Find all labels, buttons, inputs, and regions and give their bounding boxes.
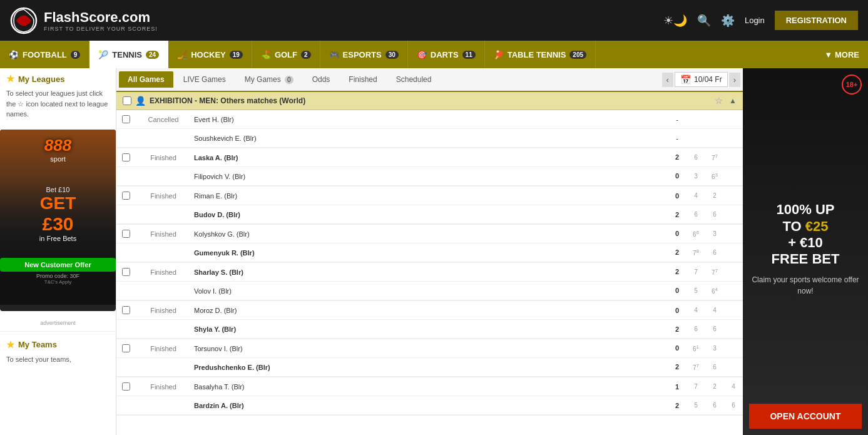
match-check: [116, 268, 135, 276]
nav-label-esports: ESPORTS: [343, 50, 382, 59]
match-score-area: 0 4 2: [668, 192, 743, 200]
nav-item-table-tennis[interactable]: 🏓 TABLE TENNIS 205: [485, 41, 596, 68]
calendar-icon: 📅: [680, 74, 691, 84]
logo-icon: [10, 7, 38, 34]
match-players: Evert H. (Blr): [191, 115, 668, 125]
nav-more[interactable]: ▼ MORE: [815, 50, 868, 59]
match-row-bottom: Budov D. (Blr) 2 6 6: [116, 205, 743, 224]
league-favorite-icon[interactable]: ☆: [715, 96, 723, 106]
match-players-2: Predushchenko E. (Blr): [191, 362, 668, 372]
my-games-badge: 0: [285, 76, 294, 84]
match-checkbox[interactable]: [122, 382, 130, 391]
set1-p1: 4: [687, 192, 705, 199]
nav-item-football[interactable]: ⚽ FOOTBALL 9: [0, 41, 89, 68]
tab-all-games[interactable]: All Games: [119, 71, 173, 88]
league-checkbox[interactable]: [123, 96, 131, 105]
match-checkbox[interactable]: [122, 268, 130, 276]
nav-label-darts: DARTS: [431, 50, 459, 59]
date-display[interactable]: 📅 10/04 Fr: [675, 72, 728, 87]
match-check: [116, 230, 135, 238]
nav-item-darts[interactable]: 🎯 DARTS 11: [408, 41, 485, 68]
match-row-top: Finished Moroz D. (Blr) 0 4 4: [116, 301, 743, 320]
set1-p1: 66: [687, 230, 705, 238]
search-icon[interactable]: 🔍: [697, 14, 711, 28]
hockey-icon: 🏒: [177, 50, 187, 59]
tab-scheduled[interactable]: Scheduled: [387, 71, 441, 88]
match-score-area: 0 66 3: [668, 230, 743, 238]
registration-button[interactable]: REGISTRATION: [775, 11, 858, 30]
games-table: 👤 EXHIBITION - MEN: Others matches (Worl…: [116, 92, 743, 435]
match-checkbox[interactable]: [122, 115, 130, 123]
nav-badge-football: 9: [71, 51, 81, 59]
match-checkbox[interactable]: [122, 153, 130, 161]
match-score-area-2: 0 3 63: [668, 172, 743, 180]
set2-p1: 2: [705, 192, 724, 199]
match-status: Finished: [135, 383, 191, 391]
nav-badge-golf: 2: [301, 51, 311, 59]
nav-item-hockey[interactable]: 🏒 HOCKEY 19: [168, 41, 252, 68]
match-check: [116, 153, 135, 161]
sidebar-teams-section: ★ My Teams To select your teams,: [0, 334, 116, 370]
table-row: Finished Laska A. (Blr) 2 6 77 Filipovic…: [116, 148, 743, 187]
match-score-area-2: 2 77 6: [668, 363, 743, 371]
sidebar-teams-text: To select your teams,: [6, 354, 110, 365]
tab-my-games[interactable]: My Games 0: [236, 71, 302, 88]
sidebar-leagues-title: ★ My Leagues: [6, 73, 110, 84]
match-players: Basalyha T. (Blr): [191, 382, 668, 392]
set2-p2: 6: [705, 364, 724, 371]
date-prev-button[interactable]: ‹: [662, 73, 673, 87]
main-layout: ★ My Leagues To select your leagues just…: [0, 68, 868, 435]
set1-p1: 7: [687, 269, 705, 275]
match-checkbox[interactable]: [122, 306, 130, 314]
tab-finished[interactable]: Finished: [340, 71, 385, 88]
content-area: All Games LIVE Games My Games 0 Odds Fin…: [116, 68, 743, 435]
match-row-bottom: Filipovich V. (Blr) 0 3 63: [116, 167, 743, 186]
match-row-top: Finished Sharlay S. (Blr) 2 7 77: [116, 263, 743, 282]
theme-icon[interactable]: ☀🌙: [663, 14, 687, 28]
nav-item-tennis[interactable]: 🎾 TENNIS 24: [89, 41, 168, 68]
player1-name: Laska A. (Blr): [194, 154, 665, 161]
main-score-p1: 0: [668, 344, 687, 352]
ad-open-account-button[interactable]: OPEN ACCOUNT: [749, 404, 862, 429]
sidebar-leagues-section: ★ My Leagues To select your leagues just…: [0, 68, 116, 125]
player1-name: Sharlay S. (Blr): [194, 269, 665, 276]
esports-icon: 🎮: [329, 50, 339, 59]
match-score-area-2: 0 5 64: [668, 287, 743, 295]
table-tennis-icon: 🏓: [494, 50, 504, 59]
set2-p1: 77: [705, 268, 724, 276]
match-row-bottom: Soushkevich E. (Blr) -: [116, 129, 743, 148]
match-players: Moroz D. (Blr): [191, 305, 668, 315]
nav-item-esports[interactable]: 🎮 ESPORTS 30: [320, 41, 408, 68]
match-checkbox[interactable]: [122, 230, 130, 238]
player2-name: Soushkevich E. (Blr): [194, 135, 665, 142]
date-next-button[interactable]: ›: [729, 73, 740, 87]
match-players-2: Bardzin A. (Blr): [191, 401, 668, 411]
nav-badge-tennis: 24: [146, 51, 159, 59]
sidebar-teams-label: My Teams: [18, 340, 57, 349]
tab-live-games[interactable]: LIVE Games: [175, 71, 235, 88]
match-players-2: Budov D. (Blr): [191, 210, 668, 220]
football-icon: ⚽: [9, 50, 19, 59]
tab-odds[interactable]: Odds: [304, 71, 339, 88]
settings-icon[interactable]: ⚙️: [721, 14, 735, 28]
set1-p2: 6: [687, 325, 705, 332]
header-right: ☀🌙 🔍 ⚙️ Login REGISTRATION: [663, 11, 858, 30]
league-collapse-icon[interactable]: ▲: [729, 96, 737, 105]
logo-area: FlashScore.com FIRST TO DELIVER YOUR SCO…: [10, 7, 158, 34]
player1-name: Kolyshkov G. (Blr): [194, 230, 665, 238]
player1-name: Torsunov I. (Blr): [194, 345, 665, 352]
nav-item-golf[interactable]: ⛳ GOLF 2: [252, 41, 320, 68]
login-button[interactable]: Login: [745, 16, 765, 25]
table-row: Finished Kolyshkov G. (Blr) 0 66 3 Gumen…: [116, 225, 743, 263]
ad-cta-button[interactable]: New Customer Offer: [0, 258, 116, 272]
ad-brand: 888: [44, 136, 71, 155]
match-checkbox[interactable]: [122, 192, 130, 200]
match-checkbox[interactable]: [122, 344, 130, 352]
main-score-p2: 2: [668, 363, 687, 371]
set3-p1: 4: [724, 383, 743, 390]
ad-subtext: Claim your sports welcome offer now!: [749, 274, 862, 297]
nav-label-hockey: HOCKEY: [191, 50, 226, 59]
nav-badge-table-tennis: 205: [569, 51, 586, 59]
nav-label-tennis: TENNIS: [112, 50, 142, 59]
ad-amount: £30: [0, 213, 116, 235]
